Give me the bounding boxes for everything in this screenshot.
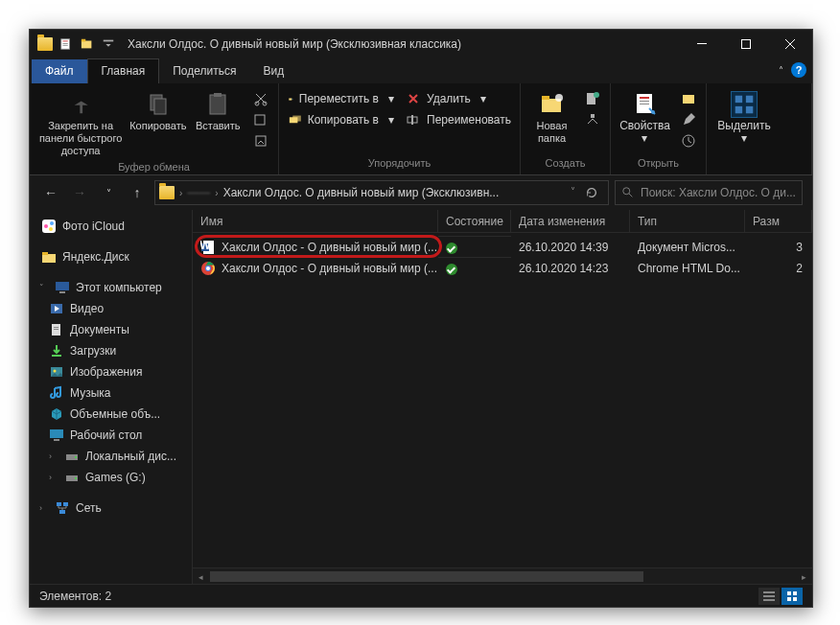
svg-rect-13 bbox=[214, 93, 222, 97]
horizontal-scrollbar[interactable]: ◂ ▸ bbox=[193, 567, 812, 584]
recent-button[interactable]: ˅ bbox=[97, 181, 120, 204]
sidebar-item-yandex[interactable]: Яндекс.Диск bbox=[30, 246, 192, 267]
tab-share[interactable]: Поделиться bbox=[159, 59, 249, 83]
svg-point-43 bbox=[50, 221, 54, 225]
qat-properties-icon[interactable] bbox=[58, 36, 74, 52]
video-icon bbox=[49, 301, 64, 316]
col-size[interactable]: Разм bbox=[745, 210, 812, 232]
column-headers: Имя Состояние Дата изменения Тип Разм bbox=[193, 210, 812, 233]
address-bar: ← → ˅ ↑ › —— › Хаксли Олдос. О дивный но… bbox=[30, 175, 812, 210]
svg-rect-45 bbox=[42, 254, 56, 263]
rename-button[interactable]: Переименовать bbox=[402, 110, 515, 129]
delete-button[interactable]: Удалить▾ bbox=[402, 89, 515, 108]
sidebar-item-music[interactable]: Музыка bbox=[30, 382, 192, 404]
svg-rect-77 bbox=[793, 597, 797, 601]
maximize-button[interactable] bbox=[724, 30, 768, 58]
crumb-hidden[interactable]: —— bbox=[187, 186, 210, 199]
svg-rect-72 bbox=[763, 595, 775, 597]
col-status[interactable]: Состояние bbox=[438, 210, 511, 232]
title-bar: Хаксли Олдос. О дивный новый мир (Эксклю… bbox=[30, 30, 812, 58]
sidebar-item-downloads[interactable]: Загрузки bbox=[30, 340, 192, 361]
sidebar-item-network[interactable]: ›Сеть bbox=[30, 498, 192, 519]
col-name[interactable]: Имя bbox=[193, 210, 438, 232]
expand-icon[interactable]: ˅ bbox=[39, 283, 49, 292]
forward-button[interactable]: → bbox=[68, 181, 91, 204]
svg-rect-5 bbox=[82, 39, 85, 42]
view-details-button[interactable] bbox=[758, 588, 780, 605]
ribbon-collapse-icon[interactable]: ˄ bbox=[779, 65, 783, 76]
sidebar-item-thispc[interactable]: ˅Этот компьютер bbox=[30, 277, 192, 298]
search-input[interactable]: Поиск: Хаксли Олдос. О ди... bbox=[615, 180, 803, 205]
sidebar-item-documents[interactable]: Документы bbox=[30, 319, 192, 340]
pin-to-quick-access-button[interactable]: Закрепить на панели быстрого доступа bbox=[35, 87, 126, 157]
copy-label: Копировать bbox=[129, 120, 186, 132]
table-row[interactable]: W Хаксли Олдос - О дивный новый мир (...… bbox=[193, 237, 812, 258]
select-button[interactable]: Выделить▾ bbox=[712, 87, 776, 145]
clipboard-opt3[interactable] bbox=[249, 131, 272, 150]
help-button[interactable]: ? bbox=[791, 62, 806, 78]
svg-text:W: W bbox=[200, 240, 211, 252]
desktop-icon bbox=[49, 428, 64, 443]
move-to-button[interactable]: Переместить в▾ bbox=[285, 89, 398, 108]
sidebar-item-icloud[interactable]: Фото iCloud bbox=[30, 216, 192, 237]
table-row[interactable]: Хаксли Олдос - О дивный новый мир (... 2… bbox=[193, 258, 812, 279]
paste-icon bbox=[204, 91, 231, 118]
svg-rect-3 bbox=[63, 45, 68, 46]
clipboard-opt2[interactable] bbox=[249, 110, 272, 129]
open-button[interactable] bbox=[677, 89, 700, 108]
refresh-button[interactable] bbox=[585, 186, 598, 199]
qat-newfolder-icon[interactable] bbox=[80, 36, 95, 52]
tab-home[interactable]: Главная bbox=[87, 58, 160, 83]
svg-rect-75 bbox=[793, 591, 797, 595]
new-folder-button[interactable]: Новая папка bbox=[526, 87, 577, 145]
sidebar-item-3d[interactable]: Объемные объ... bbox=[30, 404, 192, 425]
sidebar-item-desktop[interactable]: Рабочий стол bbox=[30, 425, 192, 446]
minimize-button[interactable] bbox=[680, 30, 724, 58]
scroll-right-icon[interactable]: ▸ bbox=[796, 568, 812, 584]
history-button[interactable] bbox=[677, 131, 700, 150]
breadcrumb[interactable]: › —— › Хаксли Олдос. О дивный новый мир … bbox=[154, 180, 609, 205]
svg-rect-38 bbox=[735, 106, 742, 113]
objects3d-icon bbox=[49, 406, 64, 422]
expand-icon[interactable]: › bbox=[49, 473, 58, 482]
properties-button[interactable]: Свойства▾ bbox=[617, 87, 673, 145]
col-date[interactable]: Дата изменения bbox=[511, 210, 630, 232]
status-count: Элементов: 2 bbox=[39, 590, 111, 603]
crumb-dropdown-icon[interactable]: ˅ bbox=[571, 186, 575, 199]
scroll-left-icon[interactable]: ◂ bbox=[193, 568, 209, 584]
edit-button[interactable] bbox=[677, 110, 700, 129]
folder-icon bbox=[37, 37, 53, 51]
svg-point-40 bbox=[623, 188, 630, 195]
col-type[interactable]: Тип bbox=[630, 210, 745, 232]
expand-icon[interactable]: › bbox=[39, 503, 49, 513]
qat-dropdown-icon[interactable] bbox=[101, 36, 116, 52]
pc-icon bbox=[55, 280, 70, 295]
sidebar-item-games[interactable]: ›Games (G:) bbox=[30, 467, 192, 488]
close-button[interactable] bbox=[768, 30, 812, 58]
expand-icon[interactable]: › bbox=[49, 451, 58, 461]
new-item-button[interactable] bbox=[581, 89, 604, 108]
copy-to-button[interactable]: Копировать в▾ bbox=[285, 110, 398, 129]
up-button[interactable]: ↑ bbox=[126, 181, 149, 204]
view-icons-button[interactable] bbox=[782, 588, 803, 605]
clipboard-opt1[interactable] bbox=[249, 89, 272, 108]
copy-button[interactable]: Копировать bbox=[129, 87, 186, 132]
scrollbar-thumb[interactable] bbox=[210, 571, 643, 582]
svg-rect-39 bbox=[746, 106, 753, 113]
sidebar-item-videos[interactable]: Видео bbox=[30, 298, 192, 319]
drive-icon bbox=[64, 449, 80, 464]
svg-rect-31 bbox=[640, 101, 649, 102]
svg-rect-53 bbox=[52, 355, 61, 357]
svg-rect-28 bbox=[591, 114, 595, 118]
drive-icon bbox=[64, 470, 80, 485]
back-button[interactable]: ← bbox=[39, 181, 62, 204]
paste-button[interactable]: Вставить bbox=[190, 87, 245, 132]
crumb-current[interactable]: Хаксли Олдос. О дивный новый мир (Эксклю… bbox=[223, 186, 500, 199]
tab-file[interactable]: Файл bbox=[32, 59, 87, 83]
file-list: Имя Состояние Дата изменения Тип Разм W … bbox=[193, 210, 812, 584]
file-size: 2 bbox=[745, 262, 812, 275]
tab-view[interactable]: Вид bbox=[249, 59, 297, 83]
sidebar-item-pictures[interactable]: Изображения bbox=[30, 361, 192, 382]
easy-access-button[interactable] bbox=[581, 110, 604, 129]
sidebar-item-localdisk[interactable]: ›Локальный дис... bbox=[30, 446, 192, 467]
